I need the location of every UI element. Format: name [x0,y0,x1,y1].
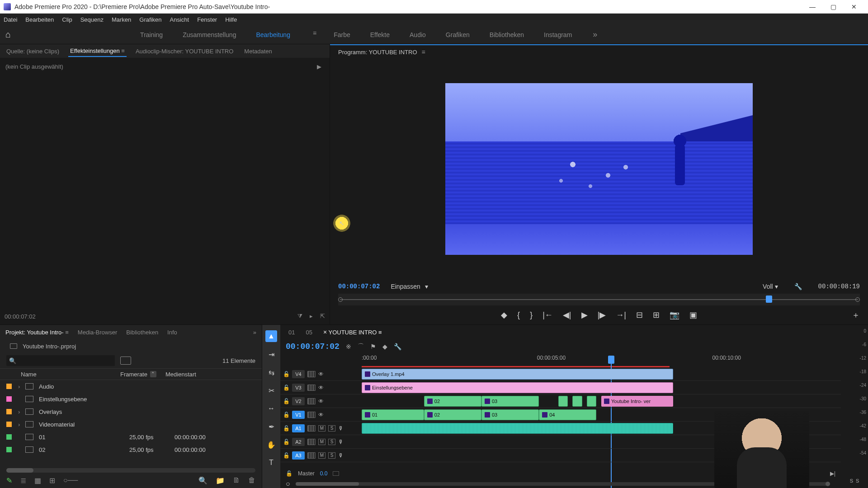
mark-in-icon[interactable]: { [517,310,520,320]
timeline-timecode[interactable]: 00:00:07:02 [286,342,340,351]
clip[interactable] [572,396,582,407]
expand-chevron-icon[interactable]: › [18,421,25,428]
toggle-output-icon[interactable]: 👁 [318,412,324,418]
hand-tool[interactable]: ✋ [265,439,277,450]
step-icon[interactable]: ▸ [310,313,313,320]
type-tool[interactable]: T [265,457,277,469]
timeline-ruler[interactable]: :00:0000:00:05:0000:00:10:00 [362,354,835,367]
menu-marken[interactable]: Marken [112,16,131,23]
jump-to-end-icon[interactable]: ▶| [830,470,835,477]
track-target[interactable]: V4 [292,370,305,378]
track-header-v3[interactable]: 🔓 V3 👁 [280,381,362,394]
timeline-playhead[interactable] [608,356,614,364]
mute-button[interactable]: M [318,425,326,432]
seq-menu-icon[interactable]: ≡ [378,329,382,336]
program-quality-dropdown[interactable]: Voll ▾ [763,283,778,290]
sync-lock-icon[interactable] [307,439,316,445]
expand-chevron-icon[interactable]: › [18,383,25,390]
project-item[interactable]: › Overlays [0,405,262,418]
trash-icon[interactable]: 🗑 [248,476,255,484]
workspace-tab-farbe[interactable]: Farbe [331,29,353,40]
project-item[interactable]: 02 25,00 fps 00:00:00:00 [0,443,262,456]
search-icon[interactable]: 🔍 [198,476,208,485]
razor-tool[interactable]: ✂ [265,385,277,396]
freeform-view-icon[interactable]: ⊞ [49,476,55,485]
workspace-tab-audio[interactable]: Audio [407,29,429,40]
col-name[interactable]: Name [21,371,120,378]
mark-out-icon[interactable]: } [530,310,533,320]
sequence-tab[interactable]: 01 [288,329,295,336]
master-value[interactable]: 0.0 [320,470,328,477]
sequence-tab[interactable]: × YOUTUBE INTRO ≡ [323,328,382,336]
clip[interactable] [362,423,673,434]
track-lane-v3[interactable]: Einstellungsebene [362,381,841,394]
program-fit-dropdown[interactable]: Einpassen▾ [391,283,428,290]
filter-icon[interactable]: ⧩ [297,313,302,320]
toggle-output-icon[interactable]: 👁 [318,385,324,391]
menu-clip[interactable]: Clip [62,16,72,23]
expand-chevron-icon[interactable]: › [18,408,25,415]
sync-lock-icon[interactable] [307,371,316,377]
clip[interactable]: Youtube Intro- ver [601,396,673,407]
track-header-a1[interactable]: 🔓 A1 MS🎙 [280,422,362,435]
source-tab[interactable]: Quelle: (keine Clips) [5,46,61,56]
go-in-icon[interactable]: |← [542,310,553,320]
track-target[interactable]: V3 [292,384,305,392]
program-timecode[interactable]: 00:00:07:02 [338,283,380,290]
clip[interactable]: 02 [424,396,481,407]
menu-grafiken[interactable]: Grafiken [139,16,161,23]
minimize-button[interactable]: — [802,3,823,10]
voiceover-icon[interactable]: 🎙 [338,439,344,445]
sync-lock-icon[interactable] [307,412,316,418]
close-tab-icon[interactable]: × [323,328,327,336]
project-horizontal-scroll[interactable] [6,468,255,473]
workspace-tab-training[interactable]: Training [137,29,165,40]
track-target[interactable]: V2 [292,397,305,405]
settings-icon[interactable]: 🔧 [394,343,401,350]
solo-button[interactable]: S [328,452,335,459]
mute-button[interactable]: M [318,452,326,459]
track-target[interactable]: A3 [292,451,305,460]
workspace-tab-instagram[interactable]: Instagram [541,29,575,40]
expand-arrow-icon[interactable]: ▶ [317,63,321,70]
track-header-v2[interactable]: 🔓 V2 👁 [280,394,362,408]
col-framerate[interactable]: Framerate˄ [120,371,165,378]
project-tabs-overflow-icon[interactable]: » [253,329,256,336]
export-frame-icon[interactable]: 📷 [670,310,679,320]
sync-lock-icon[interactable] [307,398,316,404]
workspace-tab-grafiken[interactable]: Grafiken [443,29,472,40]
sync-lock-icon[interactable] [307,385,316,391]
lock-icon[interactable]: 🔓 [283,439,289,445]
track-target[interactable]: A2 [292,438,305,446]
lock-icon[interactable]: 🔓 [286,470,292,477]
zoom-slider[interactable]: ○── [63,476,78,484]
new-item-icon[interactable]: 🗎 [233,476,240,484]
clip[interactable]: Einstellungsebene [362,382,673,393]
add-marker-icon[interactable]: ◆ [501,310,507,320]
sequence-tab[interactable]: 05 [306,329,312,336]
clip[interactable]: 04 [539,409,596,420]
lift-icon[interactable]: ⊟ [636,310,643,320]
close-button[interactable]: ✕ [844,3,864,10]
track-lane-v2[interactable]: 0203Youtube Intro- ver [362,394,841,408]
export-icon[interactable]: ⇱ [320,313,325,320]
pencil-icon[interactable]: ✎ [6,476,12,485]
source-tab[interactable]: Effekteinstellungen ≡ [68,46,127,57]
pen-tool[interactable]: ✒ [265,421,277,432]
sync-lock-icon[interactable] [307,452,316,459]
maximize-button[interactable]: ▢ [823,3,844,10]
slip-tool[interactable]: ↔ [265,403,277,414]
workspace-tab-zusammenstellung[interactable]: Zusammenstellung [180,29,239,40]
compare-icon[interactable]: ▣ [689,310,697,320]
playhead[interactable] [766,296,772,303]
workspace-tab-bearbeitung[interactable]: Bearbeitung [253,29,293,40]
clip[interactable]: 03 [481,396,539,407]
extract-icon[interactable]: ⊞ [653,310,660,320]
menu-ansicht[interactable]: Ansicht [170,16,189,23]
menu-sequenz[interactable]: Sequenz [80,16,104,23]
workspace-tab-bibliotheken[interactable]: Bibliotheken [487,29,527,40]
toggle-output-icon[interactable]: 👁 [318,371,324,377]
solo-buttons[interactable]: SS [841,478,868,483]
step-back-icon[interactable]: ◀| [563,310,571,320]
solo-button[interactable]: S [328,439,335,445]
